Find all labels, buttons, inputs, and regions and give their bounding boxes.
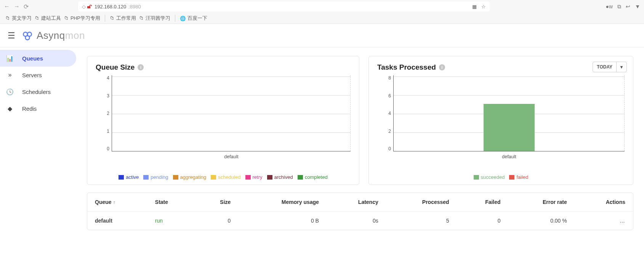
legend-label: aggregating [180,174,207,180]
table-header-row: Queue↑ State Size Memory usage Latency P… [87,193,633,212]
legend-swatch [211,175,216,180]
bookmark-item[interactable]: 📁︎建站工具 [35,15,61,22]
folder-icon: 📁︎ [139,16,144,21]
hamburger-icon[interactable]: ☰ [8,31,15,41]
col-memory[interactable]: Memory usage [238,193,327,212]
bookmark-item[interactable]: 📁︎PHP学习专用 [64,15,100,22]
chart-grid: default [112,75,351,151]
col-processed[interactable]: Processed [386,193,457,212]
sidebar: 📊Queues»Servers🕓Schedulers◆Redis [0,48,76,239]
layers-icon: ◆ [6,105,14,112]
legend-label: scheduled [218,174,240,180]
legend-swatch [143,175,149,180]
sidebar-item-label: Schedulers [22,89,51,95]
qr-icon[interactable]: ▦ [472,4,477,10]
legend-label: succeeded [481,174,505,180]
cell-state: run [147,212,195,230]
tasks-processed-card: Tasks Processed i TODAY ▾ 86420 default … [368,56,633,185]
shield-icon: ◇ [82,4,86,10]
sidebar-item-label: Servers [22,72,42,78]
url-host: 192.168.0.120 [95,4,126,10]
legend-swatch [267,175,272,180]
legend-item: completed [298,174,328,180]
clock-icon: 🕓 [6,88,14,96]
date-range-control[interactable]: TODAY ▾ [593,62,627,72]
bookmark-label: 百度一下 [187,15,207,22]
sidebar-item-redis[interactable]: ◆Redis [0,100,76,117]
browser-toolbar: ← → ⟳ ◇ 🔓︎ 192.168.0.120:8980 ▦ ☆ ●w ⧉ ↩… [0,0,644,13]
legend-item: archived [267,174,293,180]
y-axis: 86420 [377,75,393,151]
svg-point-2 [26,36,30,40]
y-axis: 43210 [96,75,112,151]
bookmark-label: 英文学习 [12,15,32,22]
profile-icon[interactable]: ●w [606,3,613,10]
col-state[interactable]: State [147,193,195,212]
chart-legend: activependingaggregatingscheduledretryar… [96,174,351,180]
legend-item: pending [143,174,168,180]
cell-latency: 0s [327,212,386,230]
legend-item: failed [509,174,528,180]
col-size[interactable]: Size [195,193,238,212]
folder-icon: 📁︎ [5,16,10,21]
legend-item: succeeded [474,174,505,180]
forward-icon[interactable]: → [14,3,20,10]
bookmark-label: 工作常用 [116,15,136,22]
bar-chart-icon: 📊 [6,55,14,62]
bookmark-label: 建站工具 [41,15,61,22]
insecure-lock-icon: 🔓︎ [87,4,92,10]
legend-swatch [119,175,124,180]
info-icon[interactable]: i [138,64,144,70]
undo-icon[interactable]: ↩ [626,3,630,10]
logo-icon [21,30,34,42]
cell-queue: default [87,212,147,230]
legend-label: pending [151,174,168,180]
col-queue[interactable]: Queue↑ [87,193,147,212]
queues-table: Queue↑ State Size Memory usage Latency P… [87,193,633,230]
cell-processed: 5 [386,212,457,230]
info-icon[interactable]: i [439,64,445,70]
sidebar-item-queues[interactable]: 📊Queues [0,50,76,67]
folder-icon: 📁︎ [35,16,40,21]
legend-label: archived [274,174,293,180]
queue-size-title: Queue Size [96,63,135,72]
col-actions: Actions [575,193,633,212]
bookmark-item[interactable]: 📁︎汪羽茜学习 [139,15,170,22]
table-row[interactable]: default run 0 0 B 0s 5 0 0.00 % … [87,212,633,230]
bookmark-item[interactable]: 🌐百度一下 [180,15,207,22]
x-axis-label: default [502,154,516,159]
bookmark-item[interactable]: 📁︎工作常用 [110,15,136,22]
url-port: :8980 [128,4,141,10]
app-header: ☰ Asynqmon [0,24,644,48]
legend-label: failed [516,174,528,180]
dropdown-icon[interactable]: ▼ [635,3,640,10]
sidebar-item-servers[interactable]: »Servers [0,67,76,83]
cell-actions[interactable]: … [575,212,633,230]
col-error-rate[interactable]: Error rate [508,193,575,212]
legend-item: scheduled [211,174,240,180]
url-bar[interactable]: ◇ 🔓︎ 192.168.0.120:8980 ▦ ☆ [78,2,490,11]
card-title: Tasks Processed i [377,63,625,72]
folder-icon: 📁︎ [64,16,69,21]
bookmark-item[interactable]: 📁︎英文学习 [5,15,32,22]
legend-item: retry [245,174,263,180]
col-failed[interactable]: Failed [457,193,508,212]
back-icon[interactable]: ← [4,3,10,10]
refresh-icon[interactable]: ⟳ [24,3,29,10]
legend-label: completed [305,174,328,180]
globe-icon: 🌐 [180,16,186,21]
bar-succeeded [484,104,534,151]
sidebar-item-schedulers[interactable]: 🕓Schedulers [0,83,76,100]
col-latency[interactable]: Latency [327,193,386,212]
legend-swatch [509,175,514,180]
star-icon[interactable]: ☆ [481,4,486,10]
pin-icon[interactable]: ⧉ [617,3,621,10]
chevron-down-icon[interactable]: ▾ [617,62,626,72]
sidebar-item-label: Queues [22,55,43,62]
legend-swatch [245,175,251,180]
more-icon[interactable]: … [620,218,625,224]
brand-suffix: mon [65,30,85,41]
sidebar-item-label: Redis [22,105,37,112]
legend-swatch [173,175,178,180]
range-button[interactable]: TODAY [593,62,617,72]
